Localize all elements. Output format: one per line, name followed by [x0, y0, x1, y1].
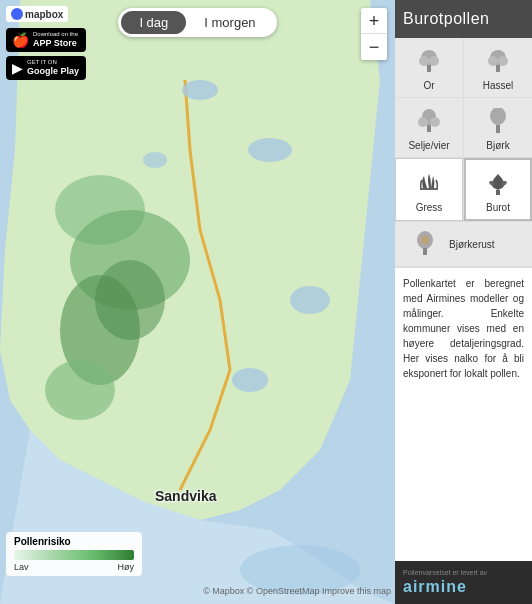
hassel-icon [484, 48, 512, 76]
burot-icon [484, 170, 512, 198]
sidebar: Burotpollen Or Hassel [395, 0, 532, 604]
svg-point-18 [488, 56, 498, 66]
svg-point-9 [232, 368, 268, 392]
hassel-label: Hassel [483, 80, 514, 91]
svg-rect-26 [420, 188, 438, 190]
airmine-brand: airmine [403, 578, 467, 596]
sidebar-info: Pollenkartet er beregnet med Airmines mo… [395, 267, 532, 561]
city-label: Sandvika [155, 488, 216, 504]
svg-point-4 [45, 360, 115, 420]
sidebar-footer: Pollenvarselset er levert av airmine [395, 561, 532, 604]
selje-vier-label: Selje/vier [408, 140, 449, 151]
pollen-grid: Or Hassel Selje/vier [395, 38, 532, 267]
legend-bar [14, 550, 134, 560]
svg-rect-29 [423, 248, 427, 255]
legend-labels: Lav Høy [14, 562, 134, 572]
svg-point-22 [418, 117, 428, 127]
selje-icon [415, 108, 443, 136]
svg-point-24 [490, 108, 506, 125]
pollen-item-selje-vier[interactable]: Selje/vier [395, 98, 463, 157]
svg-point-7 [248, 138, 292, 162]
tomorrow-button[interactable]: I morgen [186, 11, 273, 34]
svg-rect-13 [427, 65, 431, 72]
svg-point-14 [419, 56, 429, 66]
play-icon: ▶ [12, 60, 23, 76]
gress-label: Gress [416, 202, 443, 213]
day-toggle: I dag I morgen [118, 8, 276, 37]
googleplay-badge[interactable]: ▶ GET IT ON Google Play [6, 56, 86, 80]
pollen-item-hassel[interactable]: Hassel [464, 38, 532, 97]
svg-rect-17 [496, 65, 500, 72]
footer-tagline: Pollenvarselset er levert av [403, 569, 487, 576]
legend-title: Pollenrisiko [14, 536, 134, 547]
pollen-item-or[interactable]: Or [395, 38, 463, 97]
svg-point-19 [498, 56, 508, 66]
pollen-item-burot[interactable]: Burot [464, 158, 532, 221]
svg-point-10 [143, 152, 167, 168]
bjorkerust-label: Bjørkerust [449, 239, 495, 250]
pollen-item-bjork[interactable]: Bjørk [464, 98, 532, 157]
zoom-out-button[interactable]: − [361, 34, 387, 60]
pollen-legend: Pollenrisiko Lav Høy [6, 532, 142, 576]
svg-point-6 [182, 80, 218, 100]
sidebar-title: Burotpollen [395, 0, 532, 38]
svg-point-30 [421, 236, 429, 244]
day-toggle-bar: I dag I morgen [0, 8, 395, 37]
bjorkerust-icon [411, 230, 439, 258]
gress-icon [415, 170, 443, 198]
or-label: Or [423, 80, 434, 91]
map-container[interactable]: mapbox 🍎 Download on the APP Store ▶ GET… [0, 0, 395, 604]
bjork-icon [484, 108, 512, 136]
svg-rect-27 [496, 190, 500, 195]
map-attribution: © Mapbox © OpenStreetMap Improve this ma… [203, 586, 391, 596]
svg-point-23 [430, 117, 440, 127]
today-button[interactable]: I dag [121, 11, 186, 34]
pollen-item-gress[interactable]: Gress [395, 158, 463, 221]
bjork-label: Bjørk [486, 140, 509, 151]
svg-point-15 [429, 56, 439, 66]
pollen-item-bjorkerust[interactable]: Bjørkerust [395, 222, 532, 266]
svg-rect-25 [496, 125, 500, 133]
burot-label: Burot [486, 202, 510, 213]
or-icon [415, 48, 443, 76]
svg-point-5 [95, 260, 165, 340]
svg-point-8 [290, 286, 330, 314]
svg-rect-21 [427, 125, 431, 132]
